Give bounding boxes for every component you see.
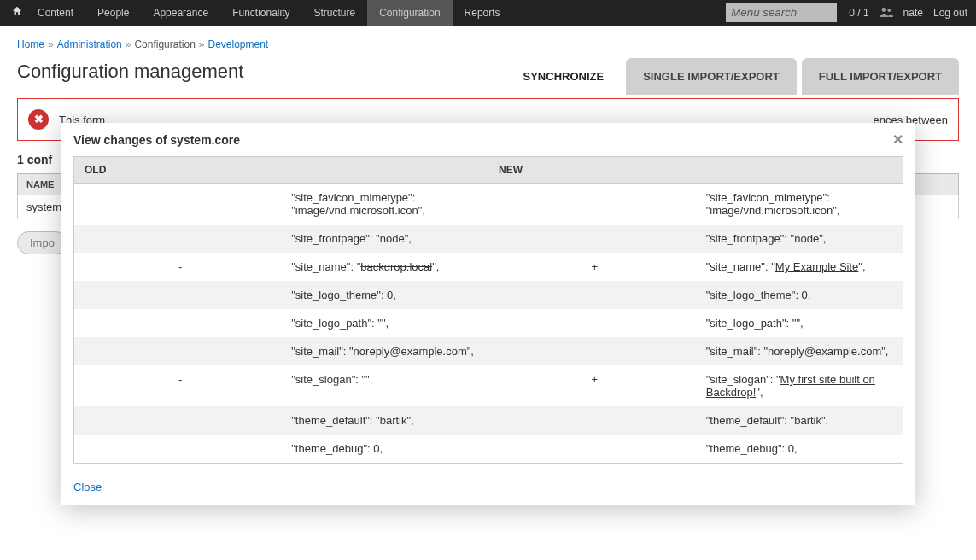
home-icon[interactable] bbox=[9, 0, 26, 26]
nav-item-people[interactable]: People bbox=[85, 0, 141, 26]
diff-sign-new bbox=[488, 337, 696, 365]
nav-item-content[interactable]: Content bbox=[26, 0, 85, 26]
diff-sign-new: + bbox=[488, 253, 696, 281]
nav-item-appearance[interactable]: Appearance bbox=[141, 0, 220, 26]
diff-sign-new bbox=[488, 281, 696, 309]
diff-sign-old bbox=[74, 225, 282, 253]
nav-item-functionality[interactable]: Functionality bbox=[220, 0, 301, 26]
diff-new-cell: "theme_debug": 0, bbox=[696, 435, 903, 464]
diff-sign-new bbox=[488, 435, 696, 464]
view-changes-dialog: View changes of system.core ✕ OLD NEW "s… bbox=[61, 123, 915, 505]
diff-sign-old bbox=[74, 406, 282, 435]
diff-row: "site_favicon_mimetype": "image/vnd.micr… bbox=[74, 184, 903, 225]
search-input[interactable] bbox=[726, 3, 837, 22]
diff-sign-old bbox=[74, 309, 282, 337]
modal-overlay: View changes of system.core ✕ OLD NEW "s… bbox=[0, 26, 976, 560]
diff-old-cell: "site_logo_path": "", bbox=[281, 309, 488, 337]
diff-row: -"site_name": "backdrop.local",+"site_na… bbox=[74, 253, 903, 281]
nav-item-reports[interactable]: Reports bbox=[453, 0, 512, 26]
close-icon[interactable]: ✕ bbox=[892, 131, 903, 148]
diff-old-cell: "site_name": "backdrop.local", bbox=[281, 253, 488, 281]
diff-new-cell: "site_favicon_mimetype": "image/vnd.micr… bbox=[696, 184, 903, 225]
admin-bar: ContentPeopleAppearanceFunctionalityStru… bbox=[0, 0, 976, 26]
diff-row: "theme_default": "bartik","theme_default… bbox=[74, 406, 903, 435]
close-button[interactable]: Close bbox=[73, 481, 102, 493]
dialog-title: View changes of system.core bbox=[73, 133, 240, 147]
diff-sign-new bbox=[488, 184, 696, 225]
diff-new-cell: "site_slogan": "My first site built on B… bbox=[696, 365, 903, 406]
diff-new-cell: "site_name": "My Example Site", bbox=[696, 253, 903, 281]
users-icon bbox=[880, 0, 893, 26]
diff-sign-old bbox=[74, 281, 282, 309]
diff-sign-new bbox=[488, 309, 696, 337]
svg-point-0 bbox=[881, 8, 885, 12]
diff-old-cell: "site_frontpage": "node", bbox=[281, 225, 488, 253]
menu-search bbox=[726, 0, 837, 26]
diff-sign-new bbox=[488, 225, 696, 253]
diff-col-old: OLD bbox=[74, 157, 489, 184]
diff-new-cell: "site_frontpage": "node", bbox=[696, 225, 903, 253]
diff-sign-old bbox=[74, 435, 282, 464]
diff-old-cell: "theme_debug": 0, bbox=[281, 435, 488, 464]
diff-new-cell: "site_mail": "noreply@example.com", bbox=[696, 337, 903, 365]
diff-sign-old: - bbox=[74, 253, 282, 281]
diff-table: OLD NEW "site_favicon_mimetype": "image/… bbox=[73, 156, 903, 464]
diff-old-cell: "site_logo_theme": 0, bbox=[281, 281, 488, 309]
diff-row: "site_logo_theme": 0,"site_logo_theme": … bbox=[74, 281, 903, 309]
diff-old-cell: "site_slogan": "", bbox=[281, 365, 488, 406]
diff-old-cell: "site_favicon_mimetype": "image/vnd.micr… bbox=[281, 184, 488, 225]
diff-new-cell: "site_logo_path": "", bbox=[696, 309, 903, 337]
nav-item-structure[interactable]: Structure bbox=[302, 0, 368, 26]
svg-point-1 bbox=[887, 9, 891, 12]
diff-col-new: NEW bbox=[488, 157, 903, 184]
diff-row: "site_logo_path": "","site_logo_path": "… bbox=[74, 309, 903, 337]
nav-item-configuration[interactable]: Configuration bbox=[367, 0, 452, 26]
diff-sign-old: - bbox=[74, 365, 282, 406]
diff-row: "site_mail": "noreply@example.com","site… bbox=[74, 337, 903, 365]
primary-nav: ContentPeopleAppearanceFunctionalityStru… bbox=[26, 0, 512, 26]
diff-sign-old bbox=[74, 337, 282, 365]
logout-link[interactable]: Log out bbox=[933, 0, 967, 26]
diff-old-cell: "theme_default": "bartik", bbox=[281, 406, 488, 435]
diff-row: -"site_slogan": "",+"site_slogan": "My f… bbox=[74, 365, 903, 406]
diff-old-cell: "site_mail": "noreply@example.com", bbox=[281, 337, 488, 365]
diff-new-cell: "site_logo_theme": 0, bbox=[696, 281, 903, 309]
user-name-link[interactable]: nate bbox=[903, 0, 923, 26]
diff-row: "theme_debug": 0,"theme_debug": 0, bbox=[74, 435, 903, 464]
diff-sign-old bbox=[74, 184, 282, 225]
diff-sign-new bbox=[488, 406, 696, 435]
diff-sign-new: + bbox=[488, 365, 696, 406]
diff-row: "site_frontpage": "node","site_frontpage… bbox=[74, 225, 903, 253]
user-count: 0 / 1 bbox=[849, 0, 868, 26]
diff-new-cell: "theme_default": "bartik", bbox=[696, 406, 903, 435]
